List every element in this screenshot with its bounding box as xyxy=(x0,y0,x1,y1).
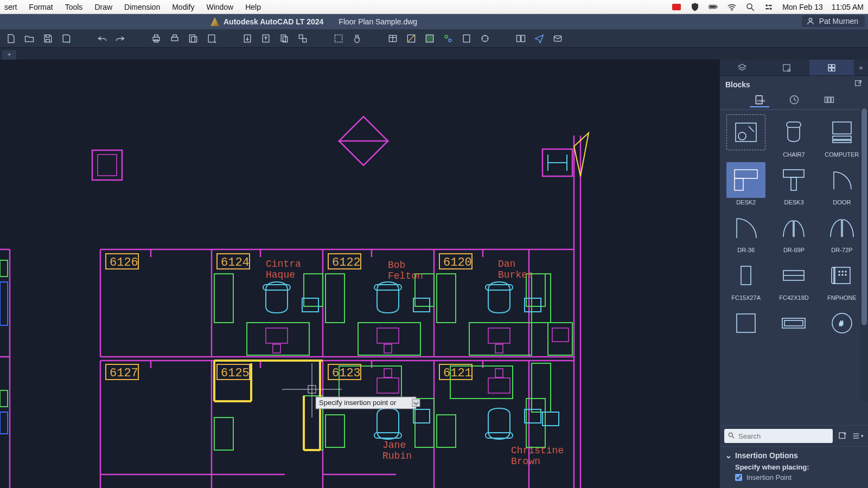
block-item-unnamed[interactable] xyxy=(772,305,815,342)
menu-modify[interactable]: Modify xyxy=(172,3,194,11)
battery-icon[interactable] xyxy=(709,2,718,12)
plot-button[interactable] xyxy=(204,31,219,46)
search-icon xyxy=(727,432,735,441)
area-button[interactable] xyxy=(331,31,346,46)
screen-record-icon[interactable] xyxy=(672,2,681,12)
menubar-date[interactable]: Mon Feb 13 xyxy=(782,3,823,11)
hatch-button[interactable] xyxy=(422,31,437,46)
blocks-scrollbar-thumb[interactable] xyxy=(861,108,867,325)
block-item-FC15X27A[interactable]: FC15X27A xyxy=(724,258,768,301)
save-button[interactable] xyxy=(40,31,55,46)
undo-button[interactable] xyxy=(94,31,110,46)
blocks-tab-current[interactable]: DWG xyxy=(750,93,769,107)
blocks-tab-library[interactable] xyxy=(819,93,839,107)
attach-button[interactable] xyxy=(277,31,292,46)
menu-draw[interactable]: Draw xyxy=(94,3,112,11)
tab-start[interactable]: + xyxy=(2,50,16,60)
search-icon[interactable] xyxy=(745,2,755,12)
shield-icon[interactable] xyxy=(690,2,700,12)
layer-button[interactable] xyxy=(459,31,474,46)
svg-point-175 xyxy=(845,274,846,275)
panel-tab-overflow[interactable]: » xyxy=(854,63,868,72)
block-label: CHAIR7 xyxy=(783,151,805,158)
block-item-DR-69P[interactable]: DR-69P xyxy=(772,210,815,253)
redo-button[interactable] xyxy=(113,31,128,46)
print-button[interactable] xyxy=(149,31,164,46)
block-item-unnamed[interactable]: # xyxy=(820,305,864,342)
svg-rect-93 xyxy=(532,363,551,412)
user-name: Pat Murnen xyxy=(819,17,858,25)
import-button[interactable] xyxy=(240,31,255,46)
block-item-unnamed[interactable] xyxy=(724,305,768,342)
saveas-button[interactable] xyxy=(59,31,74,46)
new-button[interactable] xyxy=(3,31,18,46)
svg-point-173 xyxy=(839,274,840,275)
menubar-time[interactable]: 11:05 AM xyxy=(832,3,864,11)
blocks-panel: » Blocks DWG CHAIR7COMPUTERDESK2DESK3DOO… xyxy=(719,60,868,488)
svg-rect-140 xyxy=(828,68,831,70)
block-item-DR-36[interactable]: DR-36 xyxy=(724,210,768,253)
block-item-DESK2[interactable]: DESK2 xyxy=(724,162,768,206)
svg-rect-24 xyxy=(303,38,307,42)
svg-rect-9 xyxy=(765,8,769,9)
svg-rect-136 xyxy=(783,65,790,71)
feedback-button[interactable] xyxy=(550,31,565,46)
panel-popout-icon[interactable] xyxy=(854,79,863,89)
compare-button[interactable] xyxy=(513,31,528,46)
blocks-tab-recent[interactable] xyxy=(784,93,804,107)
svg-point-172 xyxy=(845,271,846,272)
svg-text:Dan: Dan xyxy=(498,259,515,269)
block-item-unnamed[interactable] xyxy=(724,114,768,158)
blocks-grid-scroll[interactable]: CHAIR7COMPUTERDESK2DESK3DOORDR-36DR-69PD… xyxy=(720,110,868,425)
blocks-scrollbar-track[interactable] xyxy=(860,108,868,401)
block-label: FNPHONE xyxy=(827,294,857,301)
opt-insertion-point[interactable]: Insertion Point xyxy=(735,473,863,481)
svg-rect-49 xyxy=(0,260,8,277)
block-item-CHAIR7[interactable]: CHAIR7 xyxy=(772,114,815,158)
drawing-svg: 6126 6124 6122 6120 6127 6125 6123 6121 … xyxy=(0,60,719,488)
block-item-FNPHONE[interactable]: FNPHONE xyxy=(820,258,864,301)
svg-rect-18 xyxy=(208,35,215,42)
block-item-DOOR[interactable]: DOOR xyxy=(820,162,864,206)
block-item-FC42X18D[interactable]: FC42X18D xyxy=(772,258,815,301)
panel-tab-properties[interactable] xyxy=(764,60,809,75)
block-item-COMPUTER[interactable]: COMPUTER xyxy=(820,114,864,158)
menu-help[interactable]: Help xyxy=(245,3,261,11)
blocks-sync-icon[interactable] xyxy=(837,430,847,442)
table-button[interactable] xyxy=(385,31,400,46)
mac-menubar: sert Format Tools Draw Dimension Modify … xyxy=(0,0,868,14)
blocks-search-box[interactable] xyxy=(724,429,833,443)
props-button[interactable] xyxy=(477,31,493,46)
open-button[interactable] xyxy=(22,31,37,46)
svg-rect-141 xyxy=(832,68,835,70)
menu-dimension[interactable]: Dimension xyxy=(124,3,160,11)
svg-rect-139 xyxy=(832,65,835,67)
menu-insert[interactable]: sert xyxy=(4,3,17,11)
menu-window[interactable]: Window xyxy=(206,3,233,11)
svg-text:Burkes: Burkes xyxy=(498,269,533,280)
blocks-search-input[interactable] xyxy=(738,432,829,440)
svg-text:Jane: Jane xyxy=(382,440,406,451)
dim-button[interactable] xyxy=(441,31,456,46)
specify-when-placing-label: Specify when placing: xyxy=(735,463,863,471)
layout-button[interactable] xyxy=(186,31,201,46)
menu-format[interactable]: Format xyxy=(29,3,53,11)
block-button[interactable] xyxy=(404,31,419,46)
menu-tools[interactable]: Tools xyxy=(65,3,83,11)
panel-tab-blocks[interactable] xyxy=(809,60,854,75)
insertion-options-header[interactable]: ⌄ Insertion Options xyxy=(725,451,863,460)
insertion-point-checkbox[interactable] xyxy=(735,474,742,481)
export-button[interactable] xyxy=(258,31,273,46)
user-chip[interactable]: Pat Murnen xyxy=(802,15,865,27)
control-center-icon[interactable] xyxy=(764,2,774,12)
drawing-canvas[interactable]: 6126 6124 6122 6120 6127 6125 6123 6121 … xyxy=(0,60,719,488)
pan-button[interactable] xyxy=(349,31,365,46)
xref-button[interactable] xyxy=(295,31,310,46)
block-item-DESK3[interactable]: DESK3 xyxy=(772,162,815,206)
wifi-icon[interactable] xyxy=(727,2,737,12)
page-button[interactable] xyxy=(167,31,182,46)
blocks-view-icon[interactable]: ▾ xyxy=(852,430,864,442)
block-item-DR-72P[interactable]: DR-72P xyxy=(820,210,864,253)
send-button[interactable] xyxy=(532,31,547,46)
panel-tab-layers[interactable] xyxy=(720,60,764,75)
